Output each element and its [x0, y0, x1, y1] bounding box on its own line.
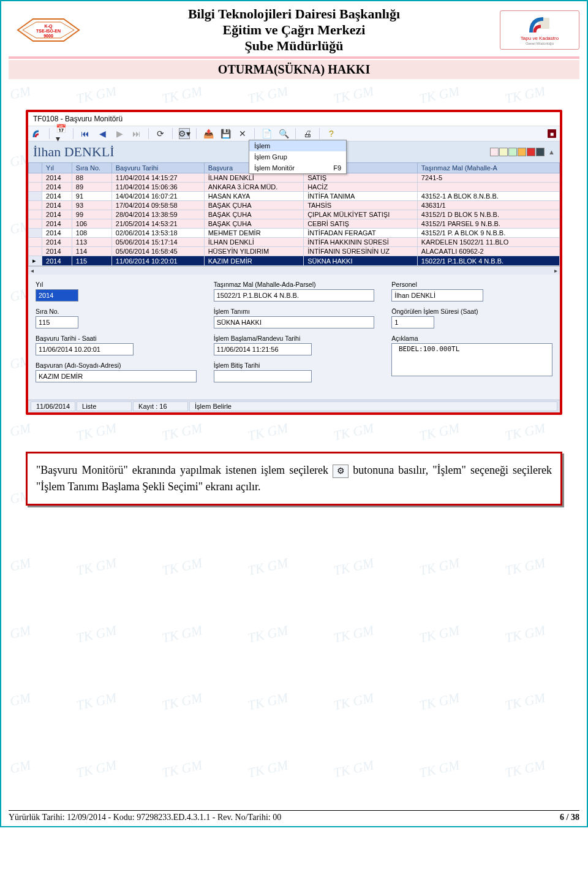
print-icon[interactable]: 🖨 — [302, 128, 313, 139]
sira-label: Sıra No. — [36, 308, 197, 315]
basv-tarih-field[interactable] — [36, 343, 134, 355]
col-header[interactable]: Taşınmaz Mal (Mahalle-A — [417, 163, 559, 173]
menu-item-islem-grup[interactable]: İşlem Grup — [249, 151, 346, 162]
refresh-icon[interactable]: ⟳ — [155, 128, 166, 139]
sira-field[interactable] — [36, 316, 78, 328]
cell-tanim: SÜKNA HAKKI — [304, 256, 418, 266]
cell-basv: MEHMET DEMİR — [204, 229, 303, 238]
table-row[interactable]: 20148911/04/2014 15:06:36ANKARA 3.İCRA M… — [29, 183, 560, 192]
basvuran-label: Başvuran (Adı-Soyadı-Adresi) — [36, 362, 197, 369]
export-icon[interactable]: 📤 — [203, 128, 214, 139]
cell-tarih: 11/06/2014 10:20:01 — [111, 256, 204, 266]
col-header[interactable]: Başvuru Tarihi — [111, 163, 204, 173]
menu-item-islem-monitor[interactable]: İşlem MonitörF9 — [249, 162, 346, 173]
table-row[interactable]: 201410621/05/2014 14:53:21BAŞAK ÇUHACEBR… — [29, 219, 560, 229]
toolbar-sep — [172, 128, 173, 139]
tanim-field[interactable] — [214, 316, 375, 328]
cell-yil: 2014 — [42, 247, 72, 256]
delete-icon[interactable]: ✕ — [237, 128, 248, 139]
nav-first-icon[interactable]: ⏮ — [80, 128, 91, 139]
menu-item-islem[interactable]: İşlem — [249, 140, 346, 151]
cell-tanim: İNTİFA HAKKININ SÜRESİ — [304, 238, 418, 247]
toolbar-sep — [254, 128, 255, 139]
ribbon-title: OTURMA(SÜKNA) HAKKI — [9, 60, 579, 79]
cell-mal: 43631/1 — [417, 201, 559, 210]
cell-mal: ALACAATLI 60962-2 — [417, 247, 559, 256]
nav-next-icon[interactable]: ▶ — [114, 128, 125, 139]
instruction-note: "Başvuru Monitörü" ekranında yapılmak is… — [26, 452, 562, 506]
sure-field[interactable] — [391, 316, 434, 328]
cell-tanim: HACİZ — [304, 183, 418, 192]
palette-swatch[interactable] — [536, 148, 545, 156]
page-footer: Yürürlük Tarihi: 12/09/2014 - Kodu: 9729… — [9, 810, 579, 822]
basvuran-field[interactable] — [36, 370, 197, 382]
status-date: 11/06/2014 — [31, 401, 75, 411]
cell-basv: BAŞAK ÇUHA — [204, 201, 303, 210]
table-row[interactable]: 20149317/04/2014 09:58:58BAŞAK ÇUHATAHSİ… — [29, 201, 560, 210]
footer-left: Yürürlük Tarihi: 12/09/2014 - Kodu: 9729… — [9, 813, 281, 822]
note-text-1: "Başvuru Monitörü" ekranında yapılmak is… — [36, 464, 333, 476]
table-row[interactable]: 201411405/06/2014 16:58:45HÜSEYİN YILDIR… — [29, 247, 560, 256]
toolbar-sep — [295, 128, 296, 139]
tkgm-logo: Tapu ve Kadastro Genel Müdürlüğü — [500, 10, 579, 50]
cell-basv: KAZIM DEMİR — [204, 256, 303, 266]
table-row[interactable]: 201410802/06/2014 13:53:18MEHMET DEMİRİN… — [29, 229, 560, 238]
help-icon[interactable]: ? — [326, 128, 337, 139]
calendar-icon[interactable]: 📅▾ — [56, 128, 67, 139]
iso-logo: K-Q TSE-ISO-EN 9000 — [9, 10, 88, 50]
table-row[interactable]: 20148811/04/2014 14:15:27İLHAN DENKLİSAT… — [29, 173, 560, 183]
bitis-field[interactable] — [214, 370, 312, 382]
cell-tarih: 11/04/2014 15:06:36 — [111, 183, 204, 192]
search-icon[interactable]: 🔍 — [278, 128, 289, 139]
cell-tanim: CEBRİ SATIŞ — [304, 219, 418, 229]
cell-basv: ANKARA 3.İCRA MÜD. — [204, 183, 303, 192]
table-row[interactable]: 20149114/04/2014 16:07:21HASAN KAYAİNTİF… — [29, 192, 560, 201]
toolbar-sep — [49, 128, 50, 139]
palette-swatch[interactable] — [527, 148, 535, 156]
toolbar: 📅▾ ⏮ ◀ ▶ ⏭ ⟳ ⚙▾ 📤 💾 ✕ 📄 🔍 🖨 — [28, 126, 560, 142]
cell-tanim: İNTİFA TANIMA — [304, 192, 418, 201]
data-grid[interactable]: YılSıra No.Başvuru TarihiBaşvuraşlem Tan… — [28, 162, 560, 266]
randevu-field[interactable] — [214, 343, 312, 355]
cell-yil: 2014 — [42, 183, 72, 192]
col-header[interactable]: Yıl — [42, 163, 72, 173]
svg-text:TSE-ISO-EN: TSE-ISO-EN — [36, 29, 61, 33]
cell-yil: 2014 — [42, 229, 72, 238]
table-row[interactable]: 20149928/04/2014 13:38:59BAŞAK ÇUHAÇIPLA… — [29, 210, 560, 219]
table-row[interactable]: 201411305/06/2014 15:17:14İLHAN DENKLİİN… — [29, 238, 560, 247]
palette-swatch[interactable] — [499, 148, 508, 156]
cell-mal: 43152/1 PARSEL 9 N.B.B. — [417, 219, 559, 229]
cell-yil: 2014 — [42, 192, 72, 201]
header-line2: Eğitim ve Çağrı Merkezi — [93, 22, 495, 38]
nav-prev-icon[interactable]: ◀ — [97, 128, 108, 139]
mal-field[interactable] — [214, 289, 375, 302]
aciklama-field[interactable] — [391, 343, 552, 376]
palette-swatch[interactable] — [508, 148, 517, 156]
yil-field[interactable] — [36, 289, 78, 302]
save-icon[interactable]: 💾 — [220, 128, 231, 139]
col-header[interactable]: Sıra No. — [72, 163, 111, 173]
footer-page: 6 / 38 — [560, 813, 579, 822]
table-row[interactable]: ▸201411511/06/2014 10:20:01KAZIM DEMİRSÜ… — [29, 256, 560, 266]
toolbar-sep — [73, 128, 74, 139]
doc-icon[interactable]: 📄 — [261, 128, 272, 139]
nav-last-icon[interactable]: ⏭ — [131, 128, 142, 139]
cell-basv: İLHAN DENKLİ — [204, 173, 303, 183]
cell-tanim: İNTİFADAN FERAGAT — [304, 229, 418, 238]
palette-swatch[interactable] — [518, 148, 526, 156]
personel-field[interactable] — [391, 289, 483, 302]
detail-form: Yıl Taşınmaz Mal (Mahalle-Ada-Parsel) Pe… — [28, 275, 560, 400]
cell-mal — [417, 183, 559, 192]
cell-basv: BAŞAK ÇUHA — [204, 219, 303, 229]
svg-text:9000: 9000 — [43, 34, 53, 38]
color-legend — [490, 148, 545, 156]
gear-icon-inline: ⚙ — [333, 465, 349, 478]
palette-swatch[interactable] — [490, 148, 499, 156]
hscroll[interactable]: ◂▸ — [28, 266, 560, 275]
gear-icon[interactable]: ⚙▾ — [179, 128, 190, 139]
scroll-up-icon[interactable]: ▲ — [548, 148, 555, 156]
cell-sira: 99 — [72, 210, 111, 219]
cell-tarih: 21/05/2014 14:53:21 — [111, 219, 204, 229]
close-tool-icon[interactable]: ■ — [548, 129, 556, 138]
cell-mal: 15022/1 P.1.BLOK 4 N.B.B. — [417, 256, 559, 266]
